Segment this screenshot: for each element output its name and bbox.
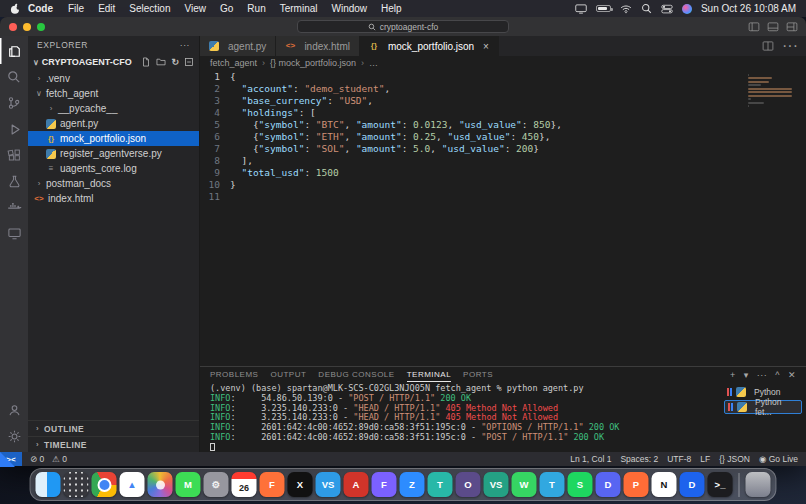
breadcrumb-item[interactable]: fetch_agent: [210, 58, 257, 68]
menu-window[interactable]: Window: [332, 3, 368, 14]
code-editor[interactable]: 1234567891011 { "account": "demo_student…: [200, 69, 806, 366]
close-panel-icon[interactable]: ✕: [788, 370, 796, 380]
battery-icon[interactable]: [596, 5, 611, 12]
accounts-icon[interactable]: [0, 397, 28, 423]
problems-summary[interactable]: ⊘ 0 ⚠ 0: [30, 454, 67, 464]
dock-icon-telegram[interactable]: T: [540, 472, 565, 497]
new-folder-icon[interactable]: [156, 57, 166, 67]
file-agent.py[interactable]: agent.py: [28, 116, 199, 131]
source-control-icon[interactable]: [0, 90, 28, 116]
breadcrumb-item[interactable]: {} mock_portfolio.json: [270, 58, 356, 68]
menu-help[interactable]: Help: [381, 3, 402, 14]
zoom-window-button[interactable]: [37, 23, 45, 31]
panel-tab-terminal[interactable]: TERMINAL: [407, 368, 451, 382]
dock-icon-system-settings[interactable]: ⚙: [204, 472, 229, 497]
file-fetch_agent[interactable]: ∨fetch_agent: [28, 86, 199, 101]
dock-icon-launchpad[interactable]: [64, 472, 89, 497]
code-content[interactable]: { "account": "demo_student", "base_curre…: [230, 69, 806, 366]
command-center-search[interactable]: cryptoagent-cfo: [297, 20, 509, 33]
menu-edit[interactable]: Edit: [98, 3, 115, 14]
project-root-folder[interactable]: ∨ CRYPTOAGENT-CFO ↻: [28, 54, 199, 70]
extensions-icon[interactable]: [0, 142, 28, 168]
status-go-live[interactable]: ◉ Go Live: [759, 454, 798, 464]
dock-icon-vscode-insiders[interactable]: VS: [484, 472, 509, 497]
menubar-app-name[interactable]: Code: [28, 3, 53, 14]
docker-icon[interactable]: [0, 194, 28, 220]
toggle-sidebar-icon[interactable]: [748, 21, 760, 33]
file-index.html[interactable]: <>index.html: [28, 191, 199, 206]
dock-icon-docker[interactable]: D: [680, 472, 705, 497]
file-register_agentverse.py[interactable]: register_agentverse.py: [28, 146, 199, 161]
close-tab-icon[interactable]: ×: [483, 41, 489, 52]
vscode-titlebar[interactable]: cryptoagent-cfo: [0, 17, 806, 36]
menu-view[interactable]: View: [185, 3, 207, 14]
dock-icon-calendar[interactable]: 26: [232, 472, 257, 497]
dock-icon-vscode[interactable]: VS: [316, 472, 341, 497]
maximize-panel-icon[interactable]: ^: [775, 370, 780, 380]
panel-tab-ports[interactable]: PORTS: [463, 368, 493, 382]
dock-icon-whatsapp[interactable]: W: [512, 472, 537, 497]
minimap[interactable]: [748, 72, 796, 107]
menu-go[interactable]: Go: [220, 3, 233, 14]
file-__pycache__[interactable]: ›__pycache__: [28, 101, 199, 116]
warnings-count[interactable]: ⚠ 0: [52, 454, 67, 464]
menu-run[interactable]: Run: [247, 3, 265, 14]
menu-selection[interactable]: Selection: [129, 3, 170, 14]
apple-logo-icon[interactable]: [10, 3, 21, 15]
display-icon[interactable]: [575, 4, 587, 14]
status-ln-1-col-1[interactable]: Ln 1, Col 1: [570, 454, 611, 464]
terminal-dropdown-icon[interactable]: ▾: [744, 370, 749, 380]
toggle-panel-icon[interactable]: [767, 21, 779, 33]
menu-terminal[interactable]: Terminal: [280, 3, 318, 14]
status-lf[interactable]: LF: [700, 454, 710, 464]
panel-tab-debug-console[interactable]: DEBUG CONSOLE: [318, 368, 394, 382]
dock-icon-teams[interactable]: T: [428, 472, 453, 497]
split-editor-icon[interactable]: [762, 40, 774, 52]
dock-icon-obsidian[interactable]: O: [456, 472, 481, 497]
customize-layout-icon[interactable]: [786, 21, 798, 33]
dock-icon-figma[interactable]: F: [372, 472, 397, 497]
panel-tab-output[interactable]: OUTPUT: [270, 368, 306, 382]
outline-section[interactable]: › OUTLINE: [28, 420, 199, 436]
dock-icon-google-drive[interactable]: ▲: [120, 472, 145, 497]
file-mock_portfolio.json[interactable]: {}mock_portfolio.json: [28, 131, 199, 146]
close-window-button[interactable]: [9, 23, 17, 31]
explorer-more-actions-icon[interactable]: ···: [180, 40, 190, 50]
status-utf-8[interactable]: UTF-8: [667, 454, 691, 464]
file-.venv[interactable]: ›.venv: [28, 71, 199, 86]
terminal-output[interactable]: (.venv) (base) spartan@MLK-SCS-C02GL3NJQ…: [200, 383, 720, 452]
dock-icon-firefox[interactable]: F: [260, 472, 285, 497]
dock-icon-chrome[interactable]: [92, 472, 117, 497]
dock-icon-photos[interactable]: [148, 472, 173, 497]
file-uagents_core.log[interactable]: ≡uagents_core.log: [28, 161, 199, 176]
status-spaces-2[interactable]: Spaces: 2: [620, 454, 658, 464]
dock-icon-spotify[interactable]: S: [568, 472, 593, 497]
testing-icon[interactable]: [0, 168, 28, 194]
menu-file[interactable]: File: [68, 3, 84, 14]
breadcrumb-item[interactable]: …: [369, 58, 378, 68]
dock-icon-x[interactable]: X: [288, 472, 313, 497]
dock-icon-discord[interactable]: D: [596, 472, 621, 497]
status-json[interactable]: {} JSON: [719, 454, 750, 464]
dock-icon-acrobat[interactable]: A: [344, 472, 369, 497]
remote-explorer-icon[interactable]: [0, 220, 28, 246]
tab-index.html[interactable]: <>index.html: [276, 36, 360, 56]
more-actions-icon[interactable]: ···: [782, 37, 798, 55]
collapse-folders-icon[interactable]: [184, 57, 194, 67]
dock-icon-terminal-app[interactable]: >_: [708, 472, 733, 497]
dock-icon-notion[interactable]: N: [652, 472, 677, 497]
file-postman_docs[interactable]: ›postman_docs: [28, 176, 199, 191]
tab-mock_portfolio.json[interactable]: {}mock_portfolio.json×: [360, 36, 499, 56]
dock-icon-finder[interactable]: [36, 472, 61, 497]
menubar-clock[interactable]: Sun Oct 26 10:08 AM: [701, 3, 796, 14]
tab-agent.py[interactable]: agent.py: [200, 36, 276, 56]
panel-tab-problems[interactable]: PROBLEMS: [210, 368, 258, 382]
wifi-icon[interactable]: [620, 4, 632, 14]
errors-count[interactable]: ⊘ 0: [30, 454, 44, 464]
panel-more-icon[interactable]: ···: [757, 370, 768, 380]
refresh-explorer-icon[interactable]: ↻: [171, 57, 179, 67]
run-debug-icon[interactable]: [0, 116, 28, 142]
search-icon[interactable]: [641, 3, 652, 14]
new-file-icon[interactable]: [141, 57, 151, 67]
dock-icon-postman[interactable]: P: [624, 472, 649, 497]
